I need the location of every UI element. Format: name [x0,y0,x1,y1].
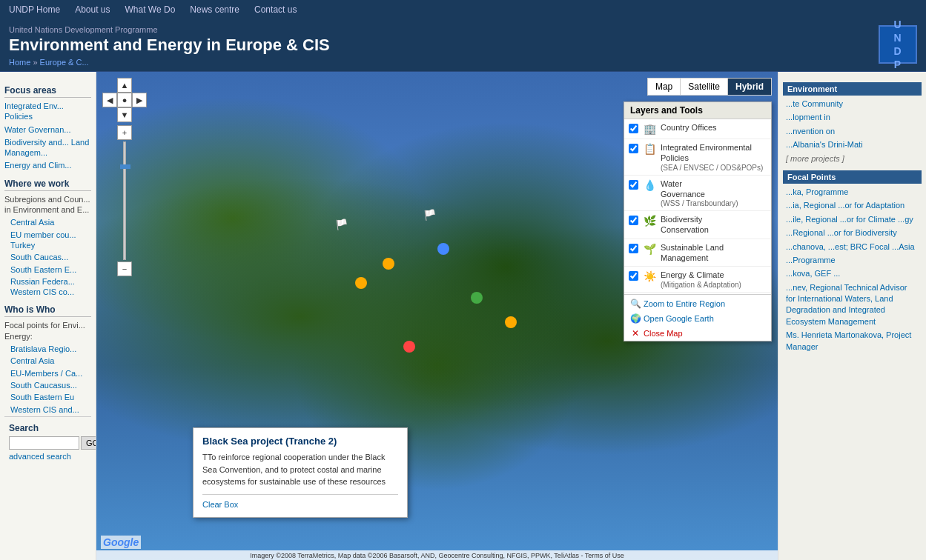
right-panel: Environment ...te Community ...lopment i… [778,72,926,560]
focal-central-asia[interactable]: Central Asia [10,356,91,366]
sidebar-south-eastern[interactable]: South Eastern E... [10,264,91,275]
energy-climate-sublabel: (Mitigation & Adaptation) [661,281,741,289]
sidebar-link-energy[interactable]: Energy and Clim... [4,160,91,170]
right-focal-link-8[interactable]: Ms. Henrieta Martonakova, Project Manage… [786,330,919,353]
focal-bratislava[interactable]: Bratislava Regio... [10,344,91,354]
focus-areas-title: Focus areas [4,85,91,98]
map-popup: Black Sea project (Tranche 2) TTo reinfo… [193,427,408,518]
open-google-earth-row[interactable]: 🌍 Open Google Earth [624,311,771,326]
map-flag-2[interactable]: 🏳️ [423,209,436,221]
more-projects-link[interactable]: [ more projects ] [786,153,919,164]
map-type-map[interactable]: Map [648,79,681,95]
right-env-link-3[interactable]: ...Albania's Drini-Mati [786,139,919,150]
focal-south-caucasus[interactable]: South Caucasus... [10,380,91,390]
focal-eu-members[interactable]: EU-Members / Ca... [10,368,91,379]
sustainable-land-label: Sustainable Land Management [661,242,767,264]
breadcrumb-home[interactable]: Home [9,58,30,67]
map-type-selector: Map Satellite Hybrid [647,78,772,96]
popup-divider [202,494,398,495]
right-env-link-1[interactable]: ...lopment in [786,112,919,123]
biodiversity-label: Biodiversity [661,214,709,224]
map-attribution: Imagery ©2008 TerraMetrics, Map data ©20… [96,550,778,560]
pan-controls: ▲ ◀ ● ▶ ▼ [102,78,147,122]
sidebar-link-biodiversity[interactable]: Biodiversity and... Land Managem... [4,137,91,159]
zoom-in-button[interactable]: + [117,125,132,140]
zoom-slider[interactable] [123,141,126,260]
right-focal-link-3[interactable]: ...Regional ...or for Biodiversity [786,227,919,239]
map-marker-6[interactable] [403,341,415,353]
zoom-out-button[interactable]: − [117,261,132,276]
right-focal-link-0[interactable]: ...ka, Programme [786,187,919,198]
pan-right-button[interactable]: ▶ [132,93,147,107]
search-input[interactable] [9,436,79,450]
popup-clear-link[interactable]: Clear Box [202,500,238,509]
zoom-handle[interactable] [120,164,130,169]
zoom-region-row[interactable]: 🔍 Zoom to Entire Region [624,296,771,311]
search-button[interactable]: GO [81,436,96,450]
focal-western-cis[interactable]: Western CIS and... [10,404,91,415]
biodiversity-label2: Conservation [661,224,709,235]
pan-center-button[interactable]: ● [117,93,132,107]
nav-what-we-do[interactable]: What We Do [125,4,176,15]
sidebar-central-asia[interactable]: Central Asia [10,217,91,227]
nav-news-centre[interactable]: News centre [190,4,239,15]
layers-divider [624,294,771,295]
search-title: Search [9,423,87,433]
map-flag-1[interactable]: 🏳️ [335,219,348,230]
who-is-who-title: Who is Who [4,304,91,317]
advanced-search-link[interactable]: advanced search [9,452,87,461]
undp-logo: UNDP [879,25,917,64]
map-type-hybrid[interactable]: Hybrid [728,79,771,95]
right-focal-link-6[interactable]: ...kova, GEF ... [786,268,919,279]
layer-biodiversity-checkbox[interactable] [629,216,638,225]
pan-down-button[interactable]: ▼ [117,107,132,122]
open-google-earth-link[interactable]: Open Google Earth [644,314,714,323]
where-we-work-title: Where we work [4,179,91,191]
pan-up-button[interactable]: ▲ [117,78,132,93]
sidebar-eu-member[interactable]: EU member cou... Turkey [10,230,91,251]
sidebar-link-integrated-env[interactable]: Integrated Env... Policies [4,101,91,122]
right-focal-title: Focal Points [783,170,922,184]
map-marker-3[interactable] [437,243,449,255]
close-map-icon: ✕ [630,328,641,339]
right-focal-link-7[interactable]: ...nev, Regional Technical Advisor for I… [786,282,919,328]
right-focal-link-5[interactable]: ...Programme [786,255,919,266]
sidebar-russian-fed[interactable]: Russian Federa... Western CIS co... [10,276,91,298]
layer-sustainable-land-checkbox[interactable] [629,244,638,253]
country-offices-label: Country Offices [661,122,717,133]
close-map-row[interactable]: ✕ Close Map [624,326,771,341]
right-focal-link-4[interactable]: ...chanova, ...est; BRC Focal ...Asia [786,241,919,253]
zoom-region-link[interactable]: Zoom to Entire Region [644,299,725,308]
country-offices-icon: 🏢 [643,122,656,136]
layer-country-offices-checkbox[interactable] [629,124,638,133]
right-env-link-2[interactable]: ...nvention on [786,126,919,137]
where-desc: Subregions and Coun... in Environment an… [4,194,91,216]
water-governance-label: Water [661,179,738,189]
layer-energy-climate-checkbox[interactable] [629,271,638,281]
pan-left-button[interactable]: ◀ [102,93,117,107]
map-marker-1[interactable] [383,258,394,270]
nav-undp-home[interactable]: UNDP Home [9,4,60,15]
integrated-env-label: Integrated Environmental Policies [661,142,767,164]
layer-water-governance-checkbox[interactable] [629,180,638,190]
close-map-link[interactable]: Close Map [644,329,683,338]
right-focal-link-1[interactable]: ...ia, Regional ...or for Adaptation [786,200,919,211]
sidebar-south-caucasus[interactable]: South Caucas... [10,252,91,262]
integrated-env-sublabel: (SEA / ENVSEC / ODS&POPs) [661,164,767,172]
breadcrumb-section[interactable]: Europe & C... [40,58,89,67]
layers-panel: Layers and Tools 🏢 Country Offices 📋 Int… [624,101,772,341]
biodiversity-icon: 🌿 [643,214,656,227]
layers-panel-header: Layers and Tools [624,102,771,119]
map-type-satellite[interactable]: Satellite [681,79,728,95]
focal-south-eastern-eu[interactable]: South Eastern Eu [10,392,91,402]
right-env-link-0[interactable]: ...te Community [786,99,919,110]
sidebar-link-water-gov[interactable]: Water Governan... [4,124,91,135]
nav-contact-us[interactable]: Contact us [254,4,297,15]
nav-about-us[interactable]: About us [75,4,110,15]
layer-integrated-env-checkbox[interactable] [629,144,638,153]
breadcrumb: Home » Europe & C... [9,58,330,67]
right-focal-link-2[interactable]: ...ile, Regional ...or for Climate ...gy [786,214,919,225]
energy-climate-icon: ☀️ [643,270,656,283]
map-container[interactable]: ▲ ◀ ● ▶ ▼ + − Map Satellite Hybrid [96,72,778,560]
integrated-env-icon: 📋 [643,142,656,156]
